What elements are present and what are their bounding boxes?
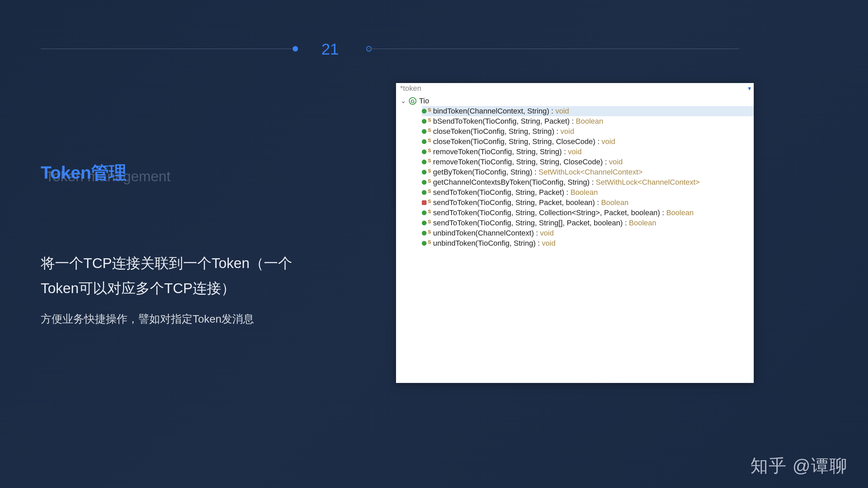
return-type: SetWithLock<ChannelContext> (538, 168, 643, 177)
method-row[interactable]: SgetChannelContextsByToken(TioConfig, St… (422, 177, 754, 187)
public-icon (422, 139, 427, 144)
static-badge: S (428, 239, 431, 245)
return-type: Boolean (576, 117, 603, 126)
class-node[interactable]: ⌄ G Tio (401, 96, 754, 106)
public-icon (422, 109, 427, 114)
return-type: void (540, 229, 554, 238)
return-type: Boolean (629, 219, 656, 227)
filter-input-row[interactable]: *token ▾ (396, 83, 754, 94)
divider-right (366, 48, 739, 49)
method-row[interactable]: ScloseToken(TioConfig, String, String, C… (422, 137, 754, 147)
method-signature: sendToToken(TioConfig, String, Packet, b… (433, 198, 599, 207)
return-type: void (560, 127, 574, 136)
method-row[interactable]: SsendToToken(TioConfig, String, String[]… (422, 218, 754, 228)
method-row[interactable]: SunbindToken(TioConfig, String) : void (422, 238, 754, 248)
static-badge: S (428, 168, 431, 174)
public-icon (422, 190, 427, 195)
method-signature: bindToken(ChannelContext, String) : (433, 107, 553, 116)
description-main: 将一个TCP连接关联到一个Token（一个Token可以对应多个TCP连接） (41, 251, 329, 301)
method-list: SbindToken(ChannelContext, String) : voi… (401, 106, 754, 248)
method-signature: bSendToToken(TioConfig, String, Packet) … (433, 117, 574, 126)
private-icon (422, 200, 427, 205)
slide-number: 21 (321, 40, 339, 58)
static-badge: S (428, 127, 431, 133)
public-icon (422, 149, 427, 154)
filter-text: *token (400, 84, 421, 93)
return-type: SetWithLock<ChannelContext> (596, 178, 700, 187)
return-type: void (601, 137, 615, 146)
method-signature: removeToken(TioConfig, String, String, C… (433, 158, 607, 166)
expand-icon[interactable]: ⌄ (401, 97, 406, 105)
slide-title: Token management Token管理 (41, 161, 126, 185)
public-icon (422, 221, 427, 225)
return-type: Boolean (666, 208, 694, 217)
divider-dot-left (293, 46, 298, 52)
return-type: void (568, 147, 581, 156)
outline-tree: ⌄ G Tio SbindToken(ChannelContext, Strin… (396, 94, 754, 248)
method-row[interactable]: SremoveToken(TioConfig, String, String, … (422, 157, 754, 167)
method-signature: getChannelContextsByToken(TioConfig, Str… (433, 178, 594, 187)
static-badge: S (428, 178, 431, 184)
static-badge: S (428, 138, 431, 143)
class-name: Tio (419, 97, 429, 105)
method-row[interactable]: SunbindToken(ChannelContext) : void (422, 228, 754, 238)
public-icon (422, 241, 427, 246)
method-row[interactable]: SbSendToToken(TioConfig, String, Packet)… (422, 116, 754, 126)
method-signature: unbindToken(TioConfig, String) : (433, 239, 540, 248)
static-badge: S (428, 107, 431, 113)
static-badge: S (428, 148, 431, 153)
public-icon (422, 180, 427, 185)
static-badge: S (428, 199, 431, 204)
method-signature: sendToToken(TioConfig, String, String[],… (433, 219, 627, 227)
static-badge: S (428, 229, 431, 235)
method-signature: unbindToken(ChannelContext) : (433, 229, 538, 238)
return-type: Boolean (570, 188, 598, 197)
return-type: void (542, 239, 555, 248)
method-signature: sendToToken(TioConfig, String, Packet) : (433, 188, 568, 197)
method-row[interactable]: SremoveToken(TioConfig, String, String) … (422, 147, 754, 157)
return-type: Boolean (601, 198, 629, 207)
dropdown-icon[interactable]: ▾ (748, 85, 751, 92)
static-badge: S (428, 188, 431, 194)
class-icon: G (409, 97, 416, 105)
public-icon (422, 119, 427, 124)
static-badge: S (428, 117, 431, 123)
watermark: 知乎 @谭聊 (750, 454, 848, 478)
method-row[interactable]: ScloseToken(TioConfig, String, String) :… (422, 126, 754, 137)
divider-left (41, 48, 292, 49)
static-badge: S (428, 219, 431, 224)
public-icon (422, 170, 427, 175)
ide-outline-panel: *token ▾ ⌄ G Tio SbindToken(ChannelConte… (396, 83, 754, 383)
public-icon (422, 160, 427, 164)
method-signature: closeToken(TioConfig, String, String, Cl… (433, 137, 599, 146)
public-icon (422, 210, 427, 215)
method-row[interactable]: SsendToToken(TioConfig, String, Packet, … (422, 198, 754, 208)
return-type: void (609, 158, 623, 166)
return-type: void (555, 107, 569, 116)
method-signature: removeToken(TioConfig, String, String) : (433, 147, 566, 156)
static-badge: S (428, 158, 431, 163)
public-icon (422, 231, 427, 236)
title-chinese: Token管理 (41, 161, 126, 185)
method-signature: closeToken(TioConfig, String, String) : (433, 127, 558, 136)
method-signature: sendToToken(TioConfig, String, Collectio… (433, 208, 664, 217)
method-row[interactable]: SgetByToken(TioConfig, String) : SetWith… (422, 167, 754, 177)
method-row[interactable]: SbindToken(ChannelContext, String) : voi… (422, 106, 754, 116)
static-badge: S (428, 209, 431, 214)
method-row[interactable]: SsendToToken(TioConfig, String, Collecti… (422, 208, 754, 218)
description-sub: 方便业务快捷操作，譬如对指定Token发消息 (41, 312, 254, 327)
method-signature: getByToken(TioConfig, String) : (433, 168, 536, 177)
public-icon (422, 129, 427, 134)
method-row[interactable]: SsendToToken(TioConfig, String, Packet) … (422, 187, 754, 198)
